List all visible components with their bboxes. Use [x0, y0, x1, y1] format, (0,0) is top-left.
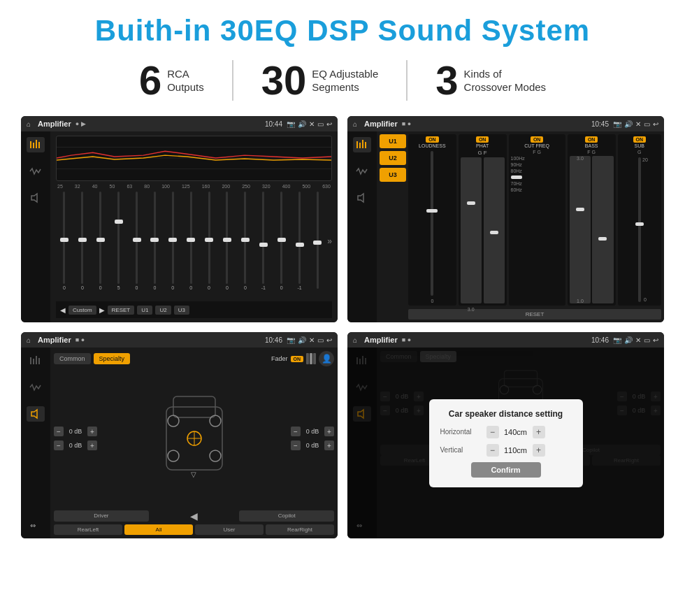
sidebar-speaker-icon[interactable] — [27, 190, 45, 206]
db-minus-rl[interactable]: − — [54, 440, 64, 450]
status-icons-3: 📷🔊✕▭↩ — [287, 336, 332, 344]
fader-btn-all[interactable]: All — [124, 524, 193, 535]
svg-rect-10 — [362, 140, 363, 148]
fader-btn-driver[interactable]: Driver — [54, 510, 149, 522]
db-control-fr: − 0 dB + — [291, 427, 334, 436]
cutfreq-on[interactable]: ON — [531, 136, 544, 143]
eq-slider-9[interactable]: 0 — [219, 192, 236, 290]
status-bar-1: ⌂ Amplifier ● ▶ 10:44 📷🔊✕▭↩ — [21, 116, 338, 131]
eq-slider-2[interactable]: 0 — [92, 192, 109, 290]
dialog-vertical-plus[interactable]: + — [533, 444, 545, 457]
sidebar-eq-icon-3[interactable] — [27, 353, 45, 368]
sidebar-wave-icon-3[interactable] — [27, 380, 45, 395]
sidebar-eq-icon[interactable] — [27, 137, 45, 152]
stats-row: 6 RCA Outputs 30 EQ Adjustable Segments … — [21, 60, 664, 101]
bass-on[interactable]: ON — [585, 136, 598, 143]
db-value-rl: 0 dB — [66, 442, 85, 449]
dialog-confirm-button[interactable]: Confirm — [471, 462, 541, 478]
eq-slider-3[interactable]: 5 — [110, 192, 127, 290]
home-icon-4[interactable]: ⌂ — [353, 336, 357, 344]
eq-u3[interactable]: U3 — [174, 306, 189, 315]
phat-on[interactable]: ON — [476, 136, 489, 143]
sidebar-speaker-icon-2[interactable] — [353, 190, 371, 206]
sub-on[interactable]: ON — [633, 136, 647, 143]
sidebar-speaker-icon-3[interactable] — [27, 406, 45, 422]
eq-slider-12[interactable]: 0 — [273, 192, 290, 290]
fader-right-db: − 0 dB + − 0 dB + — [291, 369, 334, 508]
sidebar-arrows-icon-3[interactable]: ⇔ — [27, 517, 45, 533]
svg-marker-12 — [358, 194, 363, 202]
sidebar-eq-icon-2[interactable] — [353, 137, 371, 152]
sidebar-wave-icon[interactable] — [27, 164, 45, 179]
svg-rect-8 — [356, 141, 358, 148]
db-minus-fr[interactable]: − — [291, 427, 301, 436]
sidebar-wave-icon-2[interactable] — [353, 164, 371, 179]
dialog-horizontal-plus[interactable]: + — [533, 426, 545, 438]
eq-slider-5[interactable]: 0 — [146, 192, 163, 290]
dialog-vertical-minus[interactable]: − — [486, 444, 499, 457]
fader-btn-user[interactable]: User — [195, 524, 264, 535]
dialog-horizontal-value: 140cm — [502, 428, 530, 436]
amp-reset[interactable]: RESET — [408, 309, 661, 320]
fader-person-icon[interactable]: 👤 — [319, 351, 334, 366]
db-plus-fl[interactable]: + — [87, 427, 97, 436]
db-minus-rr[interactable]: − — [291, 440, 301, 450]
eq-slider-11[interactable]: -1 — [255, 192, 272, 290]
status-icons-2: 📷🔊✕▭↩ — [613, 120, 658, 128]
db-plus-rl[interactable]: + — [87, 440, 97, 450]
eq-sliders[interactable]: 0 0 0 5 0 0 0 0 0 0 0 -1 0 -1 — [56, 192, 332, 301]
screen1-title: Amplifier — [38, 120, 71, 128]
eq-u1[interactable]: U1 — [137, 306, 152, 315]
page-title: Buith-in 30EQ DSP Sound System — [21, 14, 664, 48]
eq-prev[interactable]: ◀ — [60, 306, 66, 314]
eq-u2[interactable]: U2 — [155, 306, 171, 315]
fader-left-db: − 0 dB + − 0 dB + — [54, 369, 97, 508]
eq-slider-7[interactable]: 0 — [182, 192, 199, 290]
svg-rect-11 — [365, 142, 366, 148]
eq-slider-14[interactable] — [309, 192, 326, 290]
dialog-title: Car speaker distance setting — [440, 409, 572, 419]
loudness-on[interactable]: ON — [426, 136, 439, 143]
home-icon-3[interactable]: ⌂ — [27, 336, 31, 344]
dialog-row-horizontal: Horizontal − 140cm + — [440, 426, 572, 438]
eq-slider-0[interactable]: 0 — [56, 192, 73, 290]
screen2-time: 10:45 — [591, 120, 609, 128]
eq-next[interactable]: ▶ — [99, 306, 105, 314]
eq-slider-8[interactable]: 0 — [201, 192, 217, 290]
db-value-fr: 0 dB — [303, 428, 322, 435]
amp-bass: ON BASS F G 3.0 1 — [568, 134, 616, 306]
svg-rect-3 — [38, 142, 40, 148]
fader-btn-rearright[interactable]: RearRight — [266, 524, 334, 535]
amp-preset-u1[interactable]: U1 — [380, 134, 406, 148]
fader-tab-common[interactable]: Common — [54, 353, 91, 364]
db-plus-rr[interactable]: + — [324, 440, 334, 450]
db-value-rr: 0 dB — [303, 442, 322, 449]
fader-on-badge[interactable]: ON — [291, 356, 304, 362]
left-sidebar-2 — [347, 131, 377, 322]
eq-slider-4[interactable]: 0 — [129, 192, 145, 290]
fader-tab-specialty[interactable]: Specialty — [94, 353, 131, 364]
home-icon-2[interactable]: ⌂ — [353, 120, 357, 128]
amp-cutfreq: ON CUT FREQ F G 100Hz 90Hz 80Hz — [509, 134, 565, 306]
home-icon[interactable]: ⌂ — [27, 120, 31, 128]
bass-label: BASS — [585, 143, 598, 148]
fader-btn-rearleft[interactable]: RearLeft — [54, 524, 122, 535]
eq-reset[interactable]: RESET — [108, 306, 135, 315]
db-plus-fr[interactable]: + — [324, 427, 334, 436]
dialog-horizontal-minus[interactable]: − — [486, 426, 499, 438]
stat-number-crossover: 3 — [435, 60, 458, 101]
dialog-horizontal-control: − 140cm + — [486, 426, 572, 438]
amp-preset-u2[interactable]: U2 — [380, 151, 406, 165]
stat-text-eq: EQ Adjustable Segments — [312, 67, 378, 94]
eq-preset-custom[interactable]: Custom — [68, 306, 96, 315]
fader-btn-copilot[interactable]: Copilot — [239, 510, 334, 522]
eq-slider-10[interactable]: 0 — [237, 192, 254, 290]
eq-slider-1[interactable]: 0 — [74, 192, 91, 290]
cutfreq-label: CUT FREQ — [524, 143, 549, 148]
eq-slider-6[interactable]: 0 — [164, 192, 181, 290]
db-minus-fl[interactable]: − — [54, 427, 64, 436]
eq-slider-13[interactable]: -1 — [291, 192, 308, 290]
amp-preset-u3[interactable]: U3 — [380, 168, 406, 182]
fader-arrow-left[interactable]: ◀ — [151, 510, 238, 522]
screen4-title: Amplifier — [364, 336, 398, 344]
